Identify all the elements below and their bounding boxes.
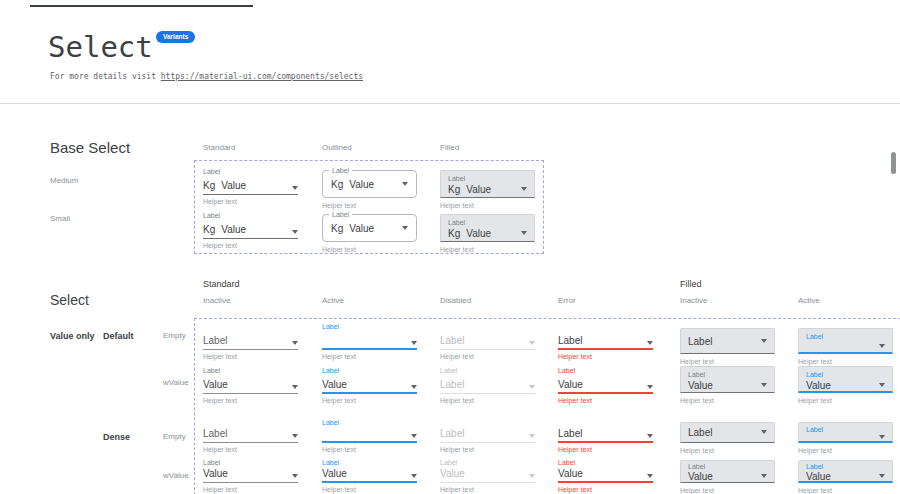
- select-value: Value: [688, 471, 713, 482]
- filled-active-wvalue-select[interactable]: Label Value Helper text: [798, 366, 893, 404]
- select-value-row[interactable]: Value: [558, 468, 653, 483]
- filled-dense-active-empty-select[interactable]: Label Helper text: [798, 422, 893, 454]
- field-label: Label: [806, 463, 885, 471]
- select-value-row[interactable]: Value: [558, 376, 653, 394]
- dropdown-caret-icon: [761, 383, 767, 387]
- placeholder-label: Label: [688, 336, 712, 347]
- row-label-empty: Empty: [163, 331, 186, 340]
- field-label: Label: [688, 370, 767, 380]
- filled-dense-inactive-empty-select[interactable]: Label Helper text: [680, 422, 775, 454]
- std-dense-active-wvalue-select[interactable]: Label Value Helper text: [322, 458, 417, 493]
- select-value-row: Label: [440, 428, 535, 443]
- field-label: Label: [440, 458, 535, 468]
- select-value-row[interactable]: [322, 428, 417, 443]
- base-filled-small-select[interactable]: Label KgValue Helper text: [440, 214, 535, 253]
- helper-text: Helper text: [322, 246, 417, 253]
- select-value-row: Label: [440, 376, 535, 394]
- dropdown-caret-icon: [292, 341, 298, 345]
- dropdown-caret-icon: [529, 341, 535, 345]
- std-active-wvalue-select[interactable]: Label Value Helper text: [322, 366, 417, 404]
- helper-text: Helper text: [203, 198, 298, 205]
- filled-dense-active-wvalue-select[interactable]: Label Value Helper text: [798, 460, 893, 494]
- filled-dense-inactive-wvalue-select[interactable]: Label Value Helper text: [680, 460, 775, 494]
- select-value-row[interactable]: KgValue: [203, 177, 298, 195]
- docs-link[interactable]: https://material-ui.com/components/selec…: [161, 72, 363, 81]
- dropdown-caret-icon: [292, 230, 298, 234]
- std-inactive-wvalue-select[interactable]: Label Value Helper text: [203, 366, 298, 404]
- state-header-active: Active: [322, 296, 344, 305]
- select-value-row[interactable]: Label: [203, 428, 298, 443]
- std-error-empty-select[interactable]: Label Helper text: [558, 322, 653, 360]
- adornment: Kg: [331, 179, 343, 190]
- dropdown-caret-icon: [647, 434, 653, 438]
- placeholder-label: Label: [203, 428, 227, 439]
- select-value-row[interactable]: Label: [680, 422, 775, 443]
- std-dense-active-empty-select[interactable]: Label Helper text: [322, 418, 417, 453]
- filled-active-empty-select[interactable]: Label Helper text: [798, 328, 893, 365]
- select-value-row[interactable]: KgValue: [203, 221, 298, 239]
- std-active-empty-select[interactable]: Label Helper text: [322, 322, 417, 360]
- select-value-row[interactable]: Label Value: [798, 366, 893, 393]
- subtitle: For more details visit https://material-…: [50, 72, 363, 81]
- base-standard-small-select[interactable]: Label KgValue Helper text: [203, 211, 298, 249]
- select-value-row[interactable]: Label: [558, 428, 653, 443]
- select-value-row[interactable]: Label: [798, 422, 893, 443]
- variants-badge[interactable]: Variants: [156, 31, 195, 43]
- field-label: Label: [688, 463, 767, 471]
- select-value-row[interactable]: Label Value: [798, 460, 893, 483]
- helper-text: Helper text: [203, 397, 298, 404]
- column-header-filled: Filled: [440, 143, 459, 152]
- helper-text: Helper text: [440, 246, 535, 253]
- select-value-row[interactable]: Label: [203, 332, 298, 350]
- select-value-row[interactable]: Label: [680, 328, 775, 354]
- state-header-error: Error: [558, 296, 576, 305]
- std-dense-error-wvalue-select[interactable]: Label Value Helper text: [558, 458, 653, 493]
- select-value-row[interactable]: Label KgValue: [440, 214, 535, 242]
- select-value: Value: [349, 179, 374, 190]
- select-value: Value: [322, 379, 347, 390]
- base-standard-medium-select[interactable]: Label KgValue Helper text: [203, 167, 298, 205]
- std-dense-error-empty-select[interactable]: Label Helper text: [558, 418, 653, 453]
- dropdown-caret-icon: [761, 430, 767, 434]
- select-value-row[interactable]: Label: [798, 328, 893, 354]
- std-inactive-empty-select[interactable]: Label Helper text: [203, 322, 298, 360]
- top-rule: [30, 5, 253, 7]
- helper-text: Helper text: [680, 487, 775, 494]
- dropdown-caret-icon: [761, 339, 767, 343]
- std-error-wvalue-select[interactable]: Label Value Helper text: [558, 366, 653, 404]
- scrollbar-thumb[interactable]: [891, 152, 896, 174]
- group-header-filled: Filled: [680, 279, 702, 289]
- select-value-row[interactable]: Label: [558, 332, 653, 350]
- select-value: Value: [322, 468, 347, 479]
- select-value-row[interactable]: Value: [322, 376, 417, 394]
- helper-text: Helper text: [322, 397, 417, 404]
- std-dense-inactive-wvalue-select[interactable]: Label Value Helper text: [203, 458, 298, 493]
- base-outlined-medium-select[interactable]: Label KgValue Helper text: [322, 170, 417, 209]
- select-heading: Select: [50, 292, 89, 308]
- field-label: Label: [440, 366, 535, 376]
- select-value-row[interactable]: Label KgValue: [322, 214, 417, 242]
- select-value-row[interactable]: Value: [203, 376, 298, 394]
- helper-text: Helper text: [558, 353, 653, 360]
- helper-text: Helper text: [322, 202, 417, 209]
- adornment: Kg: [203, 180, 215, 191]
- group-header-standard: Standard: [203, 279, 240, 289]
- std-dense-inactive-empty-select[interactable]: Label Helper text: [203, 418, 298, 453]
- select-value-row[interactable]: Label KgValue: [322, 170, 417, 198]
- row-label-dense: Dense: [103, 432, 130, 442]
- base-outlined-small-select[interactable]: Label KgValue Helper text: [322, 214, 417, 253]
- helper-text: Helper text: [558, 397, 653, 404]
- select-value-row[interactable]: Label Value: [680, 460, 775, 483]
- select-value: Value: [466, 184, 491, 195]
- select-value-row[interactable]: Value: [322, 468, 417, 483]
- select-value: Value: [688, 380, 713, 391]
- base-filled-medium-select[interactable]: Label KgValue Helper text: [440, 170, 535, 209]
- select-value-row[interactable]: Value: [203, 468, 298, 483]
- select-value-row[interactable]: Label Value: [680, 366, 775, 393]
- filled-inactive-wvalue-select[interactable]: Label Value Helper text: [680, 366, 775, 404]
- select-value-row[interactable]: Label KgValue: [440, 170, 535, 198]
- select-value-row[interactable]: [322, 332, 417, 350]
- filled-inactive-empty-select[interactable]: Label Helper text: [680, 328, 775, 365]
- helper-text: Helper text: [322, 353, 417, 360]
- field-label: Label: [558, 366, 653, 376]
